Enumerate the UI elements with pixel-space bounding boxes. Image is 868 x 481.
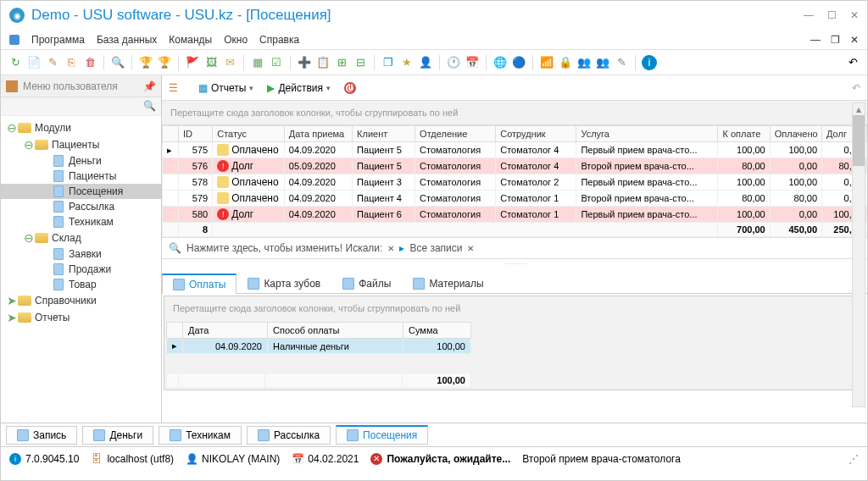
sidebar-search[interactable]: 🔍 [1, 97, 161, 116]
tree-item-товар[interactable]: Товар [1, 277, 161, 292]
globe-icon[interactable]: 🌐 [492, 55, 508, 70]
search-icon[interactable]: 🔍 [110, 55, 125, 70]
add-icon[interactable]: ➕ [297, 55, 312, 70]
table-row[interactable]: 576!Долг05.09.2020Пациент 5СтоматологияС… [163, 158, 867, 174]
content-undo-icon[interactable]: ↶ [852, 82, 860, 94]
tree-toggle-icon[interactable]: ➤ [6, 294, 18, 307]
minimize-button[interactable]: — [804, 9, 814, 21]
group-hint[interactable]: Перетащите сюда заголовок колонки, чтобы… [162, 101, 867, 125]
tree-item-пациенты[interactable]: Пациенты [1, 169, 161, 184]
sub-tab-payments[interactable]: Оплаты [162, 274, 236, 294]
sub-tab-teeth[interactable]: Карта зубов [236, 273, 331, 293]
maximize-button[interactable]: ☐ [827, 9, 837, 21]
menu-commands[interactable]: Команды [169, 34, 212, 46]
menu-help[interactable]: Справка [259, 34, 299, 46]
user-icon[interactable]: 👤 [418, 55, 433, 70]
flag-icon[interactable]: 🚩 [185, 55, 200, 70]
actions-button[interactable]: ▶ Действия ▾ [264, 80, 334, 96]
col-date[interactable]: Дата [183, 323, 268, 339]
app-menu-icon[interactable] [9, 35, 19, 45]
child-restore-button[interactable]: ❐ [831, 34, 840, 46]
delete-icon[interactable]: 🗑 [82, 55, 97, 70]
col-header[interactable]: Оплачено [770, 126, 821, 142]
tree-toggle-icon[interactable]: ⊖ [23, 138, 35, 152]
menu-icon[interactable]: ☰ [169, 82, 178, 94]
menu-program[interactable]: Программа [31, 34, 85, 46]
tree-toggle-icon[interactable]: ➤ [6, 311, 18, 324]
col-header[interactable]: Услуга [576, 126, 718, 142]
bottom-tab-record[interactable]: Запись [6, 426, 77, 445]
import-icon[interactable]: ⊟ [353, 55, 368, 70]
reports-button[interactable]: ▦ Отчеты ▾ [195, 80, 257, 96]
table-row[interactable]: 580!Долг04.09.2020Пациент 6СтоматологияС… [163, 207, 867, 223]
bottom-tab-visits[interactable]: Посещения [336, 425, 428, 445]
tree-item-техникам[interactable]: Техникам [1, 214, 161, 229]
window-icon[interactable]: ❐ [381, 55, 396, 70]
tree-toggle-icon[interactable]: ⊖ [6, 121, 18, 135]
pin-icon[interactable]: 📌 [143, 80, 156, 92]
table-row[interactable]: 579Оплачено04.09.2020Пациент 4Стоматолог… [163, 191, 867, 207]
bottom-tab-money[interactable]: Деньги [82, 426, 153, 445]
sub-tab-files[interactable]: Файлы [331, 273, 402, 293]
clock-icon[interactable]: 🕐 [446, 55, 461, 70]
tree-item-справочники[interactable]: ➤Справочники [1, 292, 161, 309]
tree-item-деньги[interactable]: Деньги [1, 153, 161, 169]
resize-grip-icon[interactable]: ⋰ [849, 453, 859, 465]
table-row[interactable]: ▸575Оплачено04.09.2020Пациент 5Стоматоло… [163, 142, 867, 158]
search-magnifier-icon[interactable]: 🔍 [169, 242, 181, 254]
col-sum[interactable]: Сумма [403, 323, 471, 339]
menu-database[interactable]: База данных [97, 34, 157, 46]
col-header[interactable]: Клиент [353, 126, 415, 142]
trophy-icon[interactable]: 🏆 [138, 55, 153, 70]
col-header[interactable]: Отделение [415, 126, 496, 142]
col-header[interactable]: Статус [213, 126, 285, 142]
lock-icon[interactable]: 🔒 [558, 55, 573, 70]
note-icon[interactable]: 📋 [315, 55, 331, 70]
tree-item-склад[interactable]: ⊖Склад [1, 229, 161, 246]
tree-item-пациенты[interactable]: ⊖Пациенты [1, 136, 161, 153]
tree-item-посещения[interactable]: Посещения [1, 184, 161, 199]
stop-button[interactable]: ⏻ [341, 80, 359, 96]
child-minimize-button[interactable]: — [810, 34, 821, 46]
new-doc-icon[interactable]: 📄 [26, 55, 42, 70]
rss-icon[interactable]: 📶 [539, 55, 554, 70]
col-header[interactable]: Дата приема [284, 126, 352, 142]
users-plus-icon[interactable]: 👥 [576, 55, 592, 70]
copy-icon[interactable]: ⎘ [64, 55, 79, 70]
col-header[interactable]: К оплате [718, 126, 770, 142]
calendar-icon[interactable]: 📅 [465, 55, 480, 70]
search-hint[interactable]: Нажмите здесь, чтобы изменить! Искали: [186, 242, 382, 254]
col-header[interactable]: ID [179, 126, 213, 142]
splitter[interactable]: ⋯⋯⋯ [162, 259, 867, 269]
edit-icon[interactable]: ✎ [45, 55, 60, 70]
trophy2-icon[interactable]: 🏆 [157, 55, 172, 70]
color-icon[interactable]: 🔵 [511, 55, 526, 70]
tree-toggle-icon[interactable]: ⊖ [23, 231, 35, 245]
wand-icon[interactable]: ✎ [614, 55, 629, 70]
refresh-icon[interactable]: ↻ [8, 55, 23, 70]
tree-item-продажи[interactable]: Продажи [1, 262, 161, 277]
vertical-scrollbar[interactable]: ▴ [852, 102, 865, 407]
tree-item-рассылка[interactable]: Рассылка [1, 199, 161, 214]
tree-item-заявки[interactable]: Заявки [1, 246, 161, 262]
info-icon[interactable]: i [642, 55, 657, 70]
close-button[interactable]: ✕ [850, 9, 859, 21]
search-clear-icon[interactable]: ✕ [387, 244, 394, 253]
users-icon[interactable]: 👥 [595, 55, 610, 70]
col-header[interactable]: Сотрудник [496, 126, 576, 142]
toolbar-undo-icon[interactable]: ↶ [845, 55, 860, 70]
menu-window[interactable]: Окно [224, 34, 248, 46]
table-row[interactable]: 578Оплачено04.09.2020Пациент 3Стоматолог… [163, 174, 867, 191]
star-icon[interactable]: ★ [399, 55, 415, 70]
child-close-button[interactable]: ✕ [850, 34, 859, 46]
image-icon[interactable]: 🖼 [203, 55, 219, 70]
check-icon[interactable]: ☑ [269, 55, 284, 70]
col-method[interactable]: Способ оплаты [268, 323, 403, 339]
form-icon[interactable]: ▦ [250, 55, 265, 70]
tree-item-отчеты[interactable]: ➤Отчеты [1, 309, 161, 326]
search-all-clear-icon[interactable]: ✕ [467, 244, 474, 253]
sub-group-hint[interactable]: Перетащите сюда заголовок колонки, чтобы… [164, 296, 865, 320]
sub-tab-materials[interactable]: Материалы [402, 273, 494, 293]
envelope-icon[interactable]: ✉ [222, 55, 237, 70]
scroll-thumb[interactable] [853, 115, 865, 166]
